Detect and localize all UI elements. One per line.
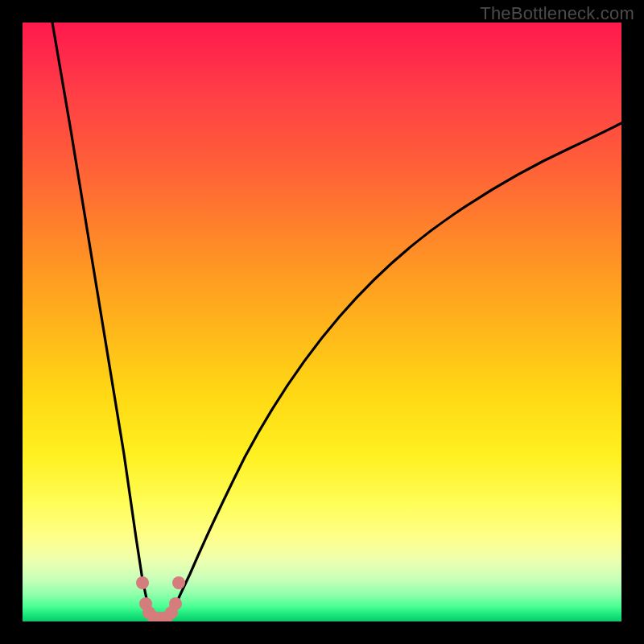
valley-marker-group [136, 576, 185, 621]
marker-dot [169, 597, 182, 610]
marker-dot [136, 576, 149, 589]
watermark-text: TheBottleneck.com [480, 3, 634, 24]
plot-area [23, 23, 621, 621]
bottleneck-curve-right [169, 123, 621, 618]
chart-frame: TheBottleneck.com [0, 0, 644, 644]
curve-layer [23, 23, 621, 621]
marker-dot [172, 576, 185, 589]
bottleneck-curve-left [52, 23, 151, 618]
